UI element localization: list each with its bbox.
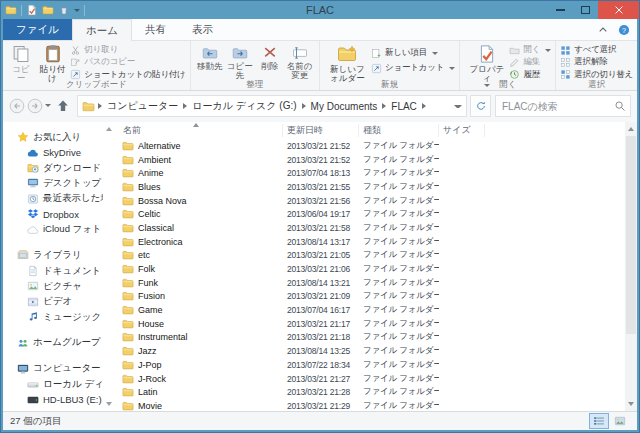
file-row[interactable]: Electronica2013/08/14 13:17ファイル フォルダー (115, 235, 625, 249)
minimize-button[interactable] (548, 1, 573, 19)
sidebar-item[interactable]: ピクチャ (3, 279, 103, 294)
search-input[interactable] (496, 97, 630, 117)
tab-home[interactable]: ホーム (72, 19, 132, 41)
breadcrumb-chevron-icon[interactable] (98, 103, 102, 109)
breadcrumb-segment[interactable]: My Documents (307, 101, 382, 112)
breadcrumb-chevron-icon[interactable] (302, 103, 306, 109)
sidebar-item[interactable]: 最近表示した場所 (3, 191, 103, 206)
sidebar-section-star[interactable]: お気に入り (3, 129, 103, 145)
address-dropdown-icon[interactable] (454, 105, 462, 108)
file-row[interactable]: Ambient2013/03/21 21:52ファイル フォルダー (115, 153, 625, 167)
select-all-button[interactable]: すべて選択 (560, 44, 633, 56)
column-header-modified[interactable]: 更新日時 (283, 124, 359, 137)
file-row[interactable]: Funk2013/08/14 13:21ファイル フォルダー (115, 276, 625, 290)
breadcrumb-box[interactable]: コンピューターローカル ディスク (G:)My DocumentsFLAC (77, 95, 467, 117)
new-folder-button[interactable]: 新しいフォルダー (324, 43, 371, 84)
copy-path-button[interactable]: パスのコピー (70, 56, 185, 68)
tab-view[interactable]: 表示 (179, 19, 226, 40)
copy-to-button[interactable]: コピー先 (225, 43, 255, 80)
sidebar-item[interactable]: SkyDrive (3, 145, 103, 160)
new-item-button[interactable]: 新しい項目 (371, 47, 455, 59)
file-modified: 2013/03/21 21:55 (283, 182, 359, 192)
delete-button[interactable]: 削除 (255, 43, 285, 71)
copy-button[interactable]: コピー (7, 43, 35, 84)
file-row[interactable]: Celtic2013/06/04 19:17ファイル フォルダー (115, 207, 625, 221)
sidebar-section-library[interactable]: ライブラリ (3, 247, 103, 263)
sidebar-scroll-up-icon[interactable] (106, 127, 112, 131)
list-scrollbar[interactable] (625, 122, 637, 411)
sidebar-item[interactable]: ドキュメント (3, 263, 103, 278)
maximize-button[interactable] (573, 1, 598, 19)
breadcrumb-chevron-icon[interactable] (382, 103, 386, 109)
file-row[interactable]: Latin2013/03/21 21:28ファイル フォルダー (115, 385, 625, 399)
file-row[interactable]: Classical2013/03/21 21:58ファイル フォルダー (115, 221, 625, 235)
breadcrumb-segment[interactable]: FLAC (387, 101, 421, 112)
details-view-button[interactable] (589, 413, 609, 429)
file-row[interactable]: Fusion2013/03/21 21:09ファイル フォルダー (115, 290, 625, 304)
column-header-size[interactable]: サイズ (439, 124, 485, 137)
folder-icon[interactable] (42, 4, 54, 16)
file-row[interactable]: Movie2013/03/21 21:29ファイル フォルダー (115, 399, 625, 411)
select-none-button[interactable]: 選択解除 (560, 56, 633, 68)
sidebar-section-homegroup[interactable]: ホームグループ (3, 335, 103, 351)
file-row[interactable]: Game2013/07/04 16:17ファイル フォルダー (115, 303, 625, 317)
forward-button[interactable] (27, 98, 43, 114)
desktop-icon (27, 177, 39, 189)
tab-file[interactable]: ファイル (3, 19, 72, 40)
sidebar-scrollbar[interactable] (103, 122, 115, 411)
rename-button[interactable]: 名前の変更 (285, 43, 315, 80)
sidebar-item[interactable]: デスクトップ (3, 176, 103, 191)
scroll-down-icon[interactable] (628, 402, 634, 406)
cut-button[interactable]: 切り取り (70, 44, 185, 56)
breadcrumb-segment[interactable]: ローカル ディスク (G:) (188, 99, 300, 113)
move-to-button[interactable]: 移動先 (195, 43, 225, 71)
breadcrumb-chevron-icon[interactable] (183, 103, 187, 109)
properties-icon[interactable] (26, 4, 38, 16)
file-row[interactable]: House2013/03/21 21:17ファイル フォルダー (115, 317, 625, 331)
window-icon[interactable] (5, 4, 17, 16)
open-button[interactable]: 開く (509, 44, 551, 56)
breadcrumb-chevron-icon[interactable] (422, 103, 426, 109)
help-icon[interactable]: ? (618, 24, 630, 36)
scrollbar-thumb[interactable] (626, 136, 636, 334)
qat-dropdown-icon[interactable] (74, 9, 80, 12)
file-row[interactable]: Jazz2013/08/14 13:25ファイル フォルダー (115, 344, 625, 358)
back-button[interactable] (9, 98, 25, 114)
shortcut-button[interactable]: ショートカット (371, 62, 455, 74)
minimize-ribbon-icon[interactable] (597, 24, 609, 36)
close-button[interactable] (598, 1, 639, 19)
sidebar-item[interactable]: ミュージック (3, 310, 103, 325)
file-row[interactable]: Blues2013/03/21 21:55ファイル フォルダー (115, 180, 625, 194)
file-list: 名前 更新日時 種類 サイズ Alternative2013/03/21 21:… (115, 122, 625, 411)
tab-share[interactable]: 共有 (132, 19, 179, 40)
recent-locations-dropdown-icon[interactable] (45, 104, 51, 107)
scroll-up-icon[interactable] (628, 127, 634, 131)
breadcrumb-segment[interactable]: コンピューター (103, 99, 182, 113)
sidebar-item[interactable]: ダウンロード (3, 160, 103, 175)
sidebar-item[interactable]: ローカル ディスク (C (3, 377, 103, 392)
edit-button[interactable]: 編集 (509, 56, 551, 68)
file-row[interactable]: Bossa Nova2013/03/21 21:56ファイル フォルダー (115, 194, 625, 208)
file-row[interactable]: Folk2013/03/21 21:06ファイル フォルダー (115, 262, 625, 276)
sidebar-item[interactable]: Dropbox (3, 207, 103, 222)
sidebar-item[interactable]: HD-LBU3 (E:) (3, 392, 103, 407)
paste-button[interactable]: 貼り付け (35, 43, 70, 84)
sidebar-scroll-down-icon[interactable] (106, 402, 112, 406)
column-header-name[interactable]: 名前 (115, 124, 283, 137)
file-row[interactable]: J-Pop2013/07/22 18:34ファイル フォルダー (115, 358, 625, 372)
sidebar-section-computer[interactable]: コンピューター (3, 361, 103, 377)
file-row[interactable]: Instrumental2013/03/21 21:18ファイル フォルダー (115, 331, 625, 345)
up-button[interactable] (55, 98, 71, 114)
large-icons-view-button[interactable] (610, 413, 630, 429)
file-row[interactable]: J-Rock2013/03/21 21:27ファイル フォルダー (115, 372, 625, 386)
file-row[interactable]: Anime2013/07/04 18:13ファイル フォルダー (115, 166, 625, 180)
sidebar-item[interactable]: ビデオ (3, 294, 103, 309)
sidebar-item[interactable]: iCloud フォト (3, 222, 103, 237)
file-row[interactable]: Alternative2013/03/21 21:52ファイル フォルダー (115, 139, 625, 153)
refresh-button[interactable] (470, 95, 491, 117)
folder-icon (122, 181, 134, 193)
column-header-type[interactable]: 種類 (359, 124, 439, 137)
file-row[interactable]: etc2013/03/21 21:05ファイル フォルダー (115, 249, 625, 263)
recycle-icon[interactable] (58, 4, 70, 16)
cloud-blue-icon (27, 147, 39, 159)
